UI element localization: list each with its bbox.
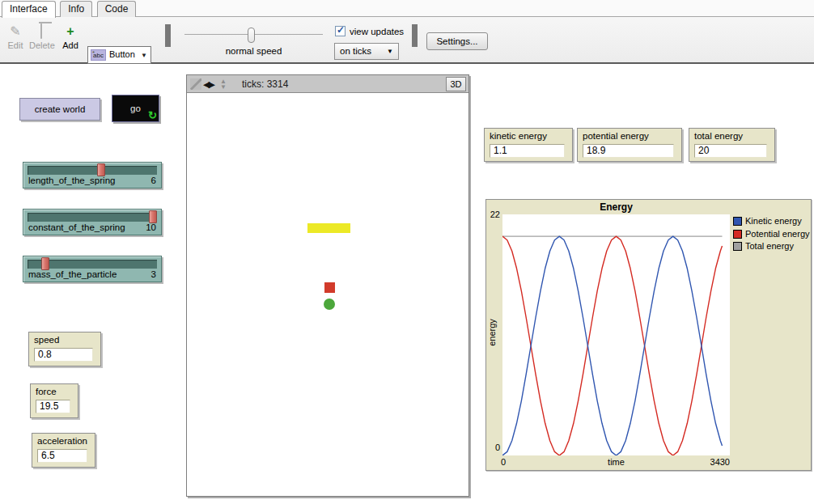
legend-label: Total energy bbox=[745, 241, 794, 251]
energy-plot: Energy 22 0 energy 0 time 3430 Kinetic e… bbox=[485, 199, 812, 471]
slider-mass-of-the-particle[interactable]: mass_of_the_particle 3 bbox=[23, 256, 162, 282]
monitor-value: 20 bbox=[694, 144, 767, 158]
slider-label: mass_of_the_particle bbox=[28, 269, 117, 279]
equilibrium-marker bbox=[324, 299, 335, 310]
slider-value: 10 bbox=[146, 222, 156, 232]
plot-canvas bbox=[502, 214, 730, 455]
monitor-value: 6.5 bbox=[37, 449, 87, 463]
tab-info[interactable]: Info bbox=[60, 1, 92, 17]
monitor-label: acceleration bbox=[37, 436, 87, 446]
trash-icon bbox=[29, 23, 53, 40]
legend-item: Potential energy bbox=[733, 226, 810, 239]
vertical-arrows-icon[interactable]: ▲▼ bbox=[218, 78, 229, 90]
ticks-counter: ticks: 3314 bbox=[242, 78, 288, 90]
world-view: ◀▶ ▲▼ ticks: 3314 3D bbox=[186, 74, 469, 497]
y-axis-min-label: 0 bbox=[486, 443, 500, 452]
spring-bar bbox=[307, 223, 350, 233]
monitor-value: 19.5 bbox=[36, 400, 70, 413]
slider-handle[interactable] bbox=[97, 163, 105, 176]
pencil-icon: ✎ bbox=[3, 23, 28, 40]
speed-slider-label: normal speed bbox=[184, 46, 323, 56]
add-button[interactable]: + Add bbox=[58, 23, 83, 50]
x-axis-title: time bbox=[502, 457, 730, 467]
tab-bar: Interface Info Code bbox=[0, 0, 814, 17]
plot-legend: Kinetic energy Potential energy Total en… bbox=[733, 213, 810, 251]
settings-button[interactable]: Settings... bbox=[426, 32, 488, 50]
slider-length-of-the-spring[interactable]: length_of_the_spring 6 bbox=[23, 162, 162, 188]
view-header: ◀▶ ▲▼ ticks: 3314 3D bbox=[187, 75, 468, 93]
tab-code[interactable]: Code bbox=[97, 1, 137, 17]
legend-item: Kinetic energy bbox=[733, 213, 810, 226]
x-axis-max-label: 3430 bbox=[706, 457, 730, 467]
slider-handle[interactable] bbox=[149, 210, 157, 223]
monitor-speed: speed 0.8 bbox=[28, 332, 101, 366]
particle bbox=[324, 282, 335, 293]
slider-label: constant_of_the_spring bbox=[28, 222, 125, 232]
monitor-label: force bbox=[36, 387, 57, 396]
legend-label: Kinetic energy bbox=[745, 216, 802, 226]
edit-button-label: Edit bbox=[3, 40, 28, 50]
update-mode-value: on ticks bbox=[340, 46, 371, 56]
tab-interface[interactable]: Interface bbox=[2, 1, 56, 18]
check-icon: ✓ bbox=[337, 24, 345, 36]
view-updates-label: view updates bbox=[350, 26, 404, 37]
delete-button-label: Delete bbox=[29, 40, 53, 50]
toolbar-separator bbox=[412, 24, 418, 47]
monitor-potential-energy: potential energy 18.9 bbox=[577, 128, 682, 162]
y-axis-title: energy bbox=[487, 304, 497, 361]
slider-label: length_of_the_spring bbox=[28, 176, 115, 185]
add-button-label: Add bbox=[58, 40, 83, 50]
monitor-value: 0.8 bbox=[34, 348, 93, 362]
slider-handle[interactable] bbox=[41, 257, 49, 270]
slider-value: 3 bbox=[151, 269, 156, 279]
monitor-value: 18.9 bbox=[583, 144, 674, 158]
chevron-down-icon: ▼ bbox=[141, 52, 147, 59]
chevron-down-icon: ▼ bbox=[387, 48, 393, 55]
toolbar: ✎ Edit Delete + Add *abc Button ▼ normal… bbox=[0, 17, 814, 64]
delete-button[interactable]: Delete bbox=[29, 23, 53, 50]
energy-plot-svg bbox=[502, 214, 730, 455]
update-mode-dropdown[interactable]: on ticks ▼ bbox=[334, 43, 399, 60]
view-canvas[interactable] bbox=[187, 94, 468, 496]
monitor-total-energy: total energy 20 bbox=[689, 128, 775, 162]
monitor-label: total energy bbox=[694, 131, 743, 141]
toolbar-separator bbox=[165, 24, 171, 47]
slider-groove bbox=[28, 213, 157, 222]
monitor-force: force 19.5 bbox=[30, 383, 78, 418]
view-updates-checkbox[interactable]: ✓ bbox=[335, 26, 346, 36]
legend-item: Total energy bbox=[733, 238, 810, 251]
plot-title: Energy bbox=[502, 201, 730, 213]
y-axis-max-label: 22 bbox=[486, 210, 500, 219]
slider-constant-of-the-spring[interactable]: constant_of_the_spring 10 bbox=[23, 209, 162, 235]
slider-groove bbox=[28, 166, 157, 175]
monitor-label: speed bbox=[34, 335, 59, 345]
slider-value: 6 bbox=[151, 176, 156, 185]
diagonal-resize-icon[interactable] bbox=[190, 78, 201, 90]
go-button[interactable]: go ↻ bbox=[112, 95, 159, 122]
widget-type-value: Button bbox=[109, 49, 135, 59]
monitor-label: potential energy bbox=[583, 131, 649, 141]
speed-slider-handle[interactable] bbox=[248, 28, 255, 43]
horizontal-arrows-icon[interactable]: ◀▶ bbox=[203, 78, 214, 90]
legend-swatch bbox=[733, 242, 742, 251]
monitor-label: kinetic energy bbox=[490, 131, 547, 141]
go-button-label: go bbox=[130, 104, 141, 113]
slider-groove bbox=[28, 260, 157, 269]
create-world-button[interactable]: create world bbox=[19, 98, 100, 121]
view-updates-row: ✓ view updates bbox=[335, 26, 404, 37]
edit-button[interactable]: ✎ Edit bbox=[3, 23, 28, 50]
widget-type-dropdown[interactable]: *abc Button ▼ bbox=[87, 46, 151, 64]
forever-loop-icon: ↻ bbox=[148, 110, 157, 121]
abc-icon: *abc bbox=[91, 49, 106, 61]
monitor-value: 1.1 bbox=[490, 144, 565, 158]
legend-swatch bbox=[733, 230, 742, 239]
legend-label: Potential energy bbox=[745, 229, 810, 239]
monitor-kinetic-energy: kinetic energy 1.1 bbox=[484, 128, 573, 162]
view-3d-button[interactable]: 3D bbox=[446, 77, 466, 91]
legend-swatch bbox=[733, 217, 742, 226]
plus-icon: + bbox=[58, 23, 83, 40]
monitor-acceleration: acceleration 6.5 bbox=[32, 433, 95, 468]
